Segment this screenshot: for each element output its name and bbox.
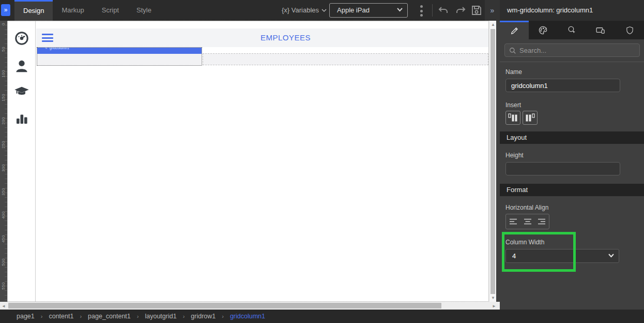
ruler-label: 350 xyxy=(1,188,6,196)
design-canvas: 050100150200250300350400450500550 EMPLOY… xyxy=(0,21,500,302)
horizontal-scrollbar[interactable]: ◄ ► xyxy=(0,302,500,310)
name-label: Name xyxy=(505,68,522,76)
insert-column-left-button[interactable] xyxy=(505,111,520,125)
scroll-right-icon[interactable]: ► xyxy=(492,304,496,309)
column-width-label: Column Width xyxy=(505,239,544,246)
scroll-up-icon[interactable]: ▲ xyxy=(491,22,495,27)
breadcrumb: page1›content1›page_content1›layoutgrid1… xyxy=(0,310,644,323)
breadcrumb-item-content1[interactable]: content1 xyxy=(49,313,73,320)
align-left-button[interactable] xyxy=(506,214,520,229)
format-section-header: Format xyxy=(500,184,644,196)
horizontal-align-label: Horizontal Align xyxy=(505,204,548,211)
nav-education-item[interactable] xyxy=(14,84,29,99)
devices-icon xyxy=(595,25,606,35)
search-input[interactable] xyxy=(519,44,636,56)
mode-tabs: Design Markup Script Style xyxy=(14,0,160,21)
height-field[interactable] xyxy=(505,162,620,175)
collapse-toolbar-button[interactable]: » xyxy=(485,0,500,21)
breadcrumb-separator: › xyxy=(41,313,43,319)
breadcrumb-separator: › xyxy=(183,313,185,319)
breadcrumb-separator: › xyxy=(137,313,139,319)
properties-search xyxy=(504,43,640,57)
insert-label: Insert xyxy=(505,101,521,109)
vertical-ruler: 050100150200250300350400450500550 xyxy=(0,21,7,302)
graduation-cap-icon xyxy=(14,84,29,99)
vertical-scrollbar-thumb[interactable] xyxy=(490,29,495,294)
chevron-down-icon xyxy=(397,8,403,12)
vertical-scrollbar[interactable]: ▲ ▼ xyxy=(489,21,496,302)
ruler-label: 200 xyxy=(1,117,6,125)
align-center-icon xyxy=(524,218,532,225)
name-field[interactable] xyxy=(505,79,620,92)
breadcrumb-item-layoutgrid1[interactable]: layoutgrid1 xyxy=(145,313,176,320)
insert-column-left-icon xyxy=(508,113,518,122)
hamburger-menu-icon[interactable] xyxy=(42,34,53,42)
horizontal-align-group xyxy=(505,214,549,229)
breadcrumb-item-page_content1[interactable]: page_content1 xyxy=(88,313,131,320)
save-button[interactable] xyxy=(470,4,483,17)
page-header-band: EMPLOYEES xyxy=(36,28,488,47)
ruler-label: 550 xyxy=(1,282,6,290)
bar-chart-icon xyxy=(14,111,29,126)
chevron-down-icon xyxy=(608,254,614,258)
ruler-label: 250 xyxy=(1,141,6,149)
align-right-button[interactable] xyxy=(534,214,549,229)
tab-markup[interactable]: Markup xyxy=(53,0,93,21)
nav-reports-item[interactable] xyxy=(14,111,29,126)
insert-column-right-button[interactable] xyxy=(523,111,538,125)
top-toolbar: » Design Markup Script Style {x} Variabl… xyxy=(0,0,500,21)
canvas-right-gutter xyxy=(496,21,500,302)
scroll-down-icon[interactable]: ▼ xyxy=(491,296,495,300)
palette-icon xyxy=(538,25,548,35)
double-chevron-right-icon: » xyxy=(4,6,8,13)
selected-gridcolumn1[interactable]: ✎ gridcolumn1 xyxy=(37,47,202,66)
layout-section-header: Layout xyxy=(500,131,644,144)
tab-properties[interactable] xyxy=(500,21,529,39)
insert-column-right-icon xyxy=(525,113,535,122)
shield-icon xyxy=(625,25,634,35)
breadcrumb-separator: › xyxy=(222,313,224,319)
tab-events[interactable] xyxy=(558,21,587,39)
variables-menu[interactable]: {x} Variables xyxy=(282,0,327,21)
scroll-left-icon[interactable]: ◄ xyxy=(2,304,6,309)
height-label: Height xyxy=(505,152,524,159)
kebab-menu-icon[interactable] xyxy=(419,5,424,17)
selection-tag: ✎ gridcolumn1 xyxy=(44,48,69,50)
nav-dashboard-item[interactable] xyxy=(14,31,29,46)
column-width-select[interactable]: 4 xyxy=(505,249,619,263)
device-selector-value: Apple iPad xyxy=(337,6,370,14)
insert-buttons xyxy=(505,111,538,125)
panel-divider xyxy=(500,62,644,62)
tab-style[interactable]: Style xyxy=(128,0,160,21)
ruler-label: 400 xyxy=(1,211,6,219)
device-selector[interactable]: Apple iPad xyxy=(329,3,408,18)
breadcrumb-item-gridcolumn1[interactable]: gridcolumn1 xyxy=(230,313,265,320)
gridcolumn2-placeholder[interactable] xyxy=(203,53,488,65)
tab-script[interactable]: Script xyxy=(93,0,128,21)
pencil-icon xyxy=(510,26,519,36)
ruler-label: 300 xyxy=(1,164,6,172)
nav-users-item[interactable] xyxy=(14,58,29,74)
search-icon xyxy=(509,47,516,54)
horizontal-scrollbar-thumb[interactable] xyxy=(8,303,441,309)
undo-icon xyxy=(437,4,450,17)
tab-security[interactable] xyxy=(615,21,644,39)
selected-widget-title: wm-gridcolumn: gridcolumn1 xyxy=(500,0,644,21)
tab-design[interactable]: Design xyxy=(14,0,53,21)
undo-button[interactable] xyxy=(437,4,450,17)
breadcrumb-item-gridrow1[interactable]: gridrow1 xyxy=(191,313,216,320)
ruler-label: 450 xyxy=(1,235,6,243)
align-center-button[interactable] xyxy=(520,214,535,229)
breadcrumb-separator: › xyxy=(80,313,82,319)
page-left-nav xyxy=(8,21,36,301)
ruler-label: 500 xyxy=(1,258,6,266)
tab-styles[interactable] xyxy=(529,21,558,39)
align-left-icon xyxy=(509,218,517,225)
redo-button[interactable] xyxy=(454,4,467,17)
page-title: EMPLOYEES xyxy=(59,33,512,42)
tab-devices[interactable] xyxy=(586,21,615,39)
properties-panel: wm-gridcolumn: gridcolumn1 Name Insert xyxy=(500,0,644,310)
expand-left-panel-button[interactable]: » xyxy=(1,4,10,16)
ruler-label: 100 xyxy=(1,70,6,78)
breadcrumb-item-page1[interactable]: page1 xyxy=(17,313,35,320)
